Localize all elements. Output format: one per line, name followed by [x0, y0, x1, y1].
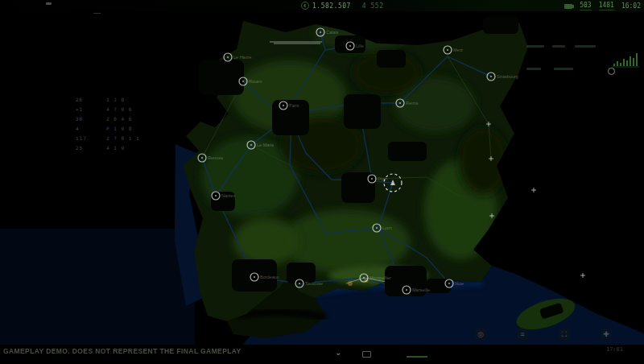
job-cell: 26: [76, 95, 106, 105]
sea-atlantic-corner: [0, 229, 195, 346]
disclaimer-text: GAMEPLAY DEMO. DOES NOT REPRESENT THE FI…: [3, 347, 242, 355]
job-cell: 38: [76, 114, 106, 124]
legend-button[interactable]: ≡: [517, 329, 528, 340]
city-label: Rennes: [208, 155, 223, 160]
job-row[interactable]: 4P 1 9 8: [76, 124, 203, 134]
job-row[interactable]: 254 1 9: [76, 143, 203, 153]
truck-icon: [564, 4, 572, 9]
game-clock: 16:02: [621, 2, 641, 10]
poi-marker[interactable]: [580, 273, 585, 278]
job-cell: 4 7 9 6: [106, 105, 203, 114]
job-row[interactable]: +14 7 9 6: [76, 105, 203, 114]
progress-tick: [407, 356, 427, 358]
job-row[interactable]: 382 0 4 6: [76, 114, 203, 124]
city-label: Bordeaux: [260, 275, 279, 279]
city-label: Strasbourg: [497, 74, 518, 79]
marker-button[interactable]: ◎: [475, 329, 486, 340]
panel-row-dash: [554, 68, 573, 70]
money-display: € 1.582.507 4 552: [301, 2, 383, 10]
zoom-in-button[interactable]: ✚: [601, 329, 612, 340]
panel-row-dash: [526, 68, 541, 70]
job-row[interactable]: 261 J 0: [76, 95, 203, 105]
city-label: Le Havre: [233, 55, 251, 60]
job-cell: 1 J 0: [106, 95, 203, 105]
hud-tick: [93, 13, 101, 14]
city-label: Nice: [455, 281, 464, 286]
job-cell: 117: [76, 134, 106, 143]
status-cluster: 503 1481 16:02: [564, 2, 641, 10]
job-cell: 2 7 8 1 1: [106, 134, 203, 143]
garage-panel: [522, 40, 642, 79]
city-label: Rouen: [249, 79, 262, 84]
panel-ring-icon: [608, 68, 615, 75]
job-cell: 2 0 4 6: [106, 114, 203, 124]
panel-row-dash: [575, 45, 596, 48]
panel-row-dash: [552, 45, 565, 48]
top-hud-bar: € 1.582.507 4 552 503 1481 16:02: [0, 0, 644, 11]
job-list-panel[interactable]: 261 J 0+14 7 9 6382 0 4 64P 1 9 81172 7 …: [76, 95, 203, 153]
real-clock: 17:01: [606, 346, 623, 353]
city-label: Calais: [326, 30, 339, 35]
money-delta: 4 552: [362, 2, 384, 10]
city-label: Montpellier: [369, 275, 391, 280]
currency-icon: €: [301, 2, 309, 10]
job-cell: 25: [76, 143, 106, 153]
stat-distance: 503: [580, 2, 591, 10]
game-screen: CalaisLilleLe HavreRouenReimsMetzStrasbo…: [0, 0, 644, 364]
city-label: Paris: [289, 103, 299, 108]
expand-button[interactable]: ⛶: [559, 329, 570, 340]
poi-marker[interactable]: [531, 188, 536, 192]
job-cell: P 1 9 8: [106, 124, 203, 134]
city-label: Lyon: [382, 225, 392, 230]
hud-notch: [46, 2, 52, 5]
panel-row-dash: [526, 45, 544, 48]
city-label: Nantes: [221, 193, 236, 198]
job-cell: 4: [76, 124, 106, 134]
money-amount: 1.582.507: [312, 2, 351, 10]
chevron-down-icon[interactable]: ⌄: [335, 348, 341, 357]
stat-weight: 1481: [599, 2, 614, 10]
city-label: Toulouse: [305, 281, 323, 286]
job-row[interactable]: 1172 7 8 1 1: [76, 134, 203, 143]
map-controls[interactable]: ◎≡⛶✚: [475, 329, 636, 341]
city-label: Reims: [406, 101, 419, 105]
job-cell: +1: [76, 105, 106, 114]
bottom-hud-bar: GAMEPLAY DEMO. DOES NOT REPRESENT THE FI…: [0, 345, 644, 364]
city-label: Marseille: [412, 287, 430, 292]
job-cell: 4 1 9: [106, 143, 203, 153]
profit-sparkline: [612, 45, 639, 69]
city-label: Metz: [453, 48, 463, 52]
city-label: Le Mans: [257, 143, 274, 147]
city-label: Lille: [356, 43, 364, 48]
monitor-icon[interactable]: [362, 351, 371, 358]
